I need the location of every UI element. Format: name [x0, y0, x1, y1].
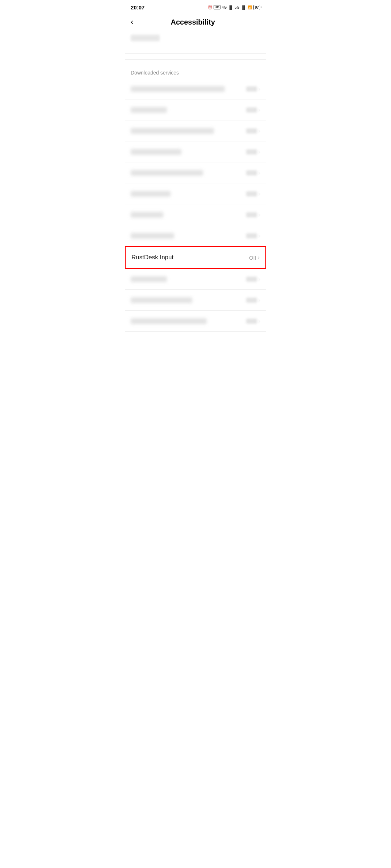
list-item[interactable]: › [125, 183, 266, 204]
item-status-blurred [246, 212, 257, 217]
item-left [131, 233, 246, 239]
chevron-icon: › [258, 297, 260, 303]
page-header: ‹ Accessibility [125, 13, 266, 32]
item-left [131, 170, 246, 176]
item-label-blurred [131, 86, 225, 92]
hd-icon: HD [214, 5, 220, 9]
list-item[interactable]: › [125, 99, 266, 120]
item-label-blurred [131, 128, 214, 134]
item-right: › [246, 86, 260, 92]
rustdesk-chevron-icon: › [258, 254, 260, 261]
item-label-blurred [131, 107, 167, 113]
item-status-blurred [246, 149, 257, 154]
list-item[interactable]: › [125, 120, 266, 141]
status-time: 20:07 [131, 4, 144, 10]
item-right: › [246, 233, 260, 239]
signal-bars-icon: ▐▌ [228, 5, 233, 9]
top-section [125, 32, 266, 54]
list-item[interactable]: › [125, 162, 266, 183]
item-status-blurred [246, 298, 257, 303]
item-right: › [246, 107, 260, 113]
chevron-icon: › [258, 276, 260, 282]
chevron-icon: › [258, 233, 260, 239]
item-status-blurred [246, 86, 257, 92]
item-status-blurred [246, 191, 257, 196]
item-status-blurred [246, 319, 257, 324]
battery-indicator: 97 [253, 5, 260, 10]
signal-bars2-icon: ▐▌ [241, 5, 246, 9]
top-blurred-text [131, 35, 160, 41]
item-right: › [246, 128, 260, 134]
list-item[interactable]: › [125, 269, 266, 290]
item-left [131, 86, 246, 92]
item-status-blurred [246, 107, 257, 112]
signal-4g-icon: 4G [222, 5, 227, 9]
rustdesk-input-item[interactable]: RustDesk Input Off › [125, 246, 266, 269]
chevron-icon: › [258, 318, 260, 324]
alarm-icon: ⏰ [208, 5, 212, 9]
item-left [131, 318, 246, 324]
spacer2 [125, 60, 266, 63]
chevron-icon: › [258, 86, 260, 92]
item-label-blurred [131, 276, 167, 282]
item-left [131, 276, 246, 282]
chevron-icon: › [258, 149, 260, 155]
chevron-icon: › [258, 128, 260, 134]
item-left [131, 297, 246, 303]
chevron-icon: › [258, 107, 260, 113]
rustdesk-status: Off [249, 255, 256, 261]
item-right: › [246, 191, 260, 197]
wifi-icon: 📶 [248, 5, 252, 9]
status-bar: 20:07 ⏰ HD 4G ▐▌ 5G ▐▌ 📶 97 [125, 0, 266, 13]
item-label-blurred [131, 170, 203, 176]
list-item[interactable]: › [125, 311, 266, 332]
item-label-blurred [131, 318, 207, 324]
item-left [131, 128, 246, 134]
item-right: › [246, 297, 260, 303]
list-item[interactable]: › [125, 290, 266, 311]
page-title: Accessibility [136, 18, 249, 26]
item-left [131, 212, 246, 218]
list-item[interactable]: › [125, 204, 266, 225]
item-label-blurred [131, 149, 181, 155]
back-button[interactable]: ‹ [131, 17, 136, 27]
item-status-blurred [246, 170, 257, 175]
item-label-blurred [131, 297, 192, 303]
item-left [131, 107, 246, 113]
item-left [131, 191, 246, 197]
item-label-blurred [131, 233, 174, 239]
item-status-blurred [246, 277, 257, 282]
item-right: › [246, 212, 260, 218]
chevron-icon: › [258, 191, 260, 197]
downloaded-services-header: Downloaded services [125, 63, 266, 78]
item-label-blurred [131, 191, 171, 197]
chevron-icon: › [258, 212, 260, 218]
item-right: › [246, 149, 260, 155]
item-label-blurred [131, 212, 163, 218]
status-icons: ⏰ HD 4G ▐▌ 5G ▐▌ 📶 97 [208, 5, 260, 10]
bottom-spacer [125, 332, 266, 346]
rustdesk-right: Off › [249, 254, 260, 261]
list-item[interactable]: › [125, 78, 266, 99]
item-right: › [246, 276, 260, 282]
item-status-blurred [246, 233, 257, 238]
item-right: › [246, 170, 260, 176]
rustdesk-label: RustDesk Input [131, 254, 173, 261]
item-left [131, 149, 246, 155]
item-status-blurred [246, 128, 257, 133]
spacer [125, 54, 266, 59]
list-item[interactable]: › [125, 141, 266, 162]
signal-5g-icon: 5G [235, 5, 239, 9]
item-right: › [246, 318, 260, 324]
chevron-icon: › [258, 170, 260, 176]
list-item[interactable]: › [125, 225, 266, 246]
